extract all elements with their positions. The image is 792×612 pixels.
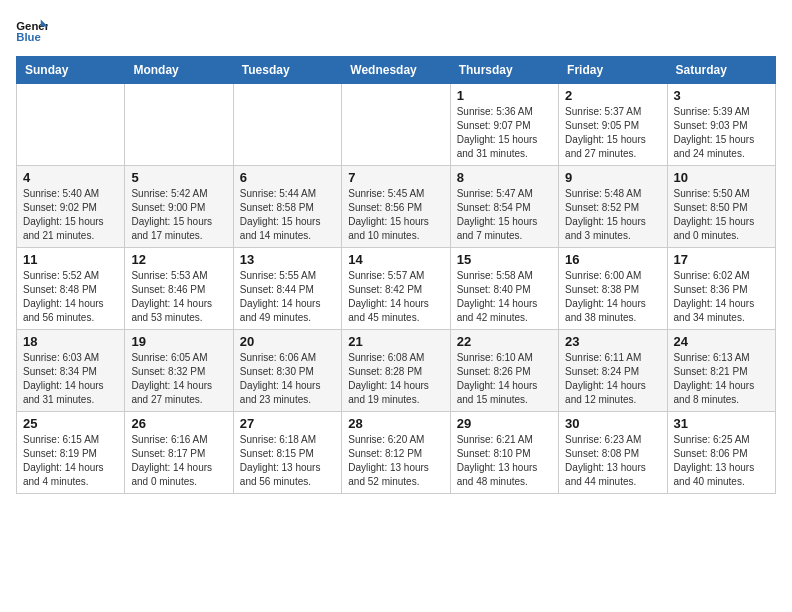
calendar-cell: 18Sunrise: 6:03 AM Sunset: 8:34 PM Dayli… <box>17 330 125 412</box>
day-info: Sunrise: 6:23 AM Sunset: 8:08 PM Dayligh… <box>565 433 660 489</box>
calendar-cell: 12Sunrise: 5:53 AM Sunset: 8:46 PM Dayli… <box>125 248 233 330</box>
calendar-cell <box>233 84 341 166</box>
day-number: 22 <box>457 334 552 349</box>
day-info: Sunrise: 6:10 AM Sunset: 8:26 PM Dayligh… <box>457 351 552 407</box>
day-number: 26 <box>131 416 226 431</box>
day-info: Sunrise: 6:13 AM Sunset: 8:21 PM Dayligh… <box>674 351 769 407</box>
calendar-cell: 7Sunrise: 5:45 AM Sunset: 8:56 PM Daylig… <box>342 166 450 248</box>
calendar-cell: 28Sunrise: 6:20 AM Sunset: 8:12 PM Dayli… <box>342 412 450 494</box>
calendar-cell: 8Sunrise: 5:47 AM Sunset: 8:54 PM Daylig… <box>450 166 558 248</box>
day-info: Sunrise: 5:39 AM Sunset: 9:03 PM Dayligh… <box>674 105 769 161</box>
day-info: Sunrise: 6:21 AM Sunset: 8:10 PM Dayligh… <box>457 433 552 489</box>
calendar-cell: 24Sunrise: 6:13 AM Sunset: 8:21 PM Dayli… <box>667 330 775 412</box>
logo-icon: General Blue <box>16 16 48 44</box>
calendar-cell: 13Sunrise: 5:55 AM Sunset: 8:44 PM Dayli… <box>233 248 341 330</box>
day-number: 18 <box>23 334 118 349</box>
day-info: Sunrise: 5:36 AM Sunset: 9:07 PM Dayligh… <box>457 105 552 161</box>
day-info: Sunrise: 5:48 AM Sunset: 8:52 PM Dayligh… <box>565 187 660 243</box>
day-number: 3 <box>674 88 769 103</box>
day-number: 27 <box>240 416 335 431</box>
day-info: Sunrise: 6:02 AM Sunset: 8:36 PM Dayligh… <box>674 269 769 325</box>
day-number: 31 <box>674 416 769 431</box>
calendar-cell: 5Sunrise: 5:42 AM Sunset: 9:00 PM Daylig… <box>125 166 233 248</box>
calendar-cell: 25Sunrise: 6:15 AM Sunset: 8:19 PM Dayli… <box>17 412 125 494</box>
day-number: 12 <box>131 252 226 267</box>
calendar-cell <box>17 84 125 166</box>
calendar-cell: 26Sunrise: 6:16 AM Sunset: 8:17 PM Dayli… <box>125 412 233 494</box>
day-info: Sunrise: 5:58 AM Sunset: 8:40 PM Dayligh… <box>457 269 552 325</box>
day-number: 10 <box>674 170 769 185</box>
day-info: Sunrise: 6:11 AM Sunset: 8:24 PM Dayligh… <box>565 351 660 407</box>
logo: General Blue <box>16 16 48 44</box>
calendar-cell: 27Sunrise: 6:18 AM Sunset: 8:15 PM Dayli… <box>233 412 341 494</box>
day-number: 24 <box>674 334 769 349</box>
svg-text:Blue: Blue <box>16 31 41 43</box>
calendar-cell: 16Sunrise: 6:00 AM Sunset: 8:38 PM Dayli… <box>559 248 667 330</box>
calendar-cell: 14Sunrise: 5:57 AM Sunset: 8:42 PM Dayli… <box>342 248 450 330</box>
day-info: Sunrise: 6:05 AM Sunset: 8:32 PM Dayligh… <box>131 351 226 407</box>
day-number: 8 <box>457 170 552 185</box>
calendar-cell: 29Sunrise: 6:21 AM Sunset: 8:10 PM Dayli… <box>450 412 558 494</box>
day-number: 13 <box>240 252 335 267</box>
day-number: 29 <box>457 416 552 431</box>
day-number: 9 <box>565 170 660 185</box>
calendar-cell <box>342 84 450 166</box>
weekday-header-tuesday: Tuesday <box>233 57 341 84</box>
day-info: Sunrise: 5:42 AM Sunset: 9:00 PM Dayligh… <box>131 187 226 243</box>
calendar-cell: 20Sunrise: 6:06 AM Sunset: 8:30 PM Dayli… <box>233 330 341 412</box>
calendar-cell: 21Sunrise: 6:08 AM Sunset: 8:28 PM Dayli… <box>342 330 450 412</box>
calendar-cell: 2Sunrise: 5:37 AM Sunset: 9:05 PM Daylig… <box>559 84 667 166</box>
day-info: Sunrise: 5:52 AM Sunset: 8:48 PM Dayligh… <box>23 269 118 325</box>
calendar-cell: 1Sunrise: 5:36 AM Sunset: 9:07 PM Daylig… <box>450 84 558 166</box>
weekday-header-friday: Friday <box>559 57 667 84</box>
weekday-header-sunday: Sunday <box>17 57 125 84</box>
calendar-table: SundayMondayTuesdayWednesdayThursdayFrid… <box>16 56 776 494</box>
weekday-header-monday: Monday <box>125 57 233 84</box>
calendar-cell: 11Sunrise: 5:52 AM Sunset: 8:48 PM Dayli… <box>17 248 125 330</box>
day-info: Sunrise: 5:40 AM Sunset: 9:02 PM Dayligh… <box>23 187 118 243</box>
day-number: 15 <box>457 252 552 267</box>
day-number: 14 <box>348 252 443 267</box>
calendar-cell: 15Sunrise: 5:58 AM Sunset: 8:40 PM Dayli… <box>450 248 558 330</box>
day-info: Sunrise: 5:55 AM Sunset: 8:44 PM Dayligh… <box>240 269 335 325</box>
weekday-header-saturday: Saturday <box>667 57 775 84</box>
day-info: Sunrise: 6:15 AM Sunset: 8:19 PM Dayligh… <box>23 433 118 489</box>
calendar-cell: 10Sunrise: 5:50 AM Sunset: 8:50 PM Dayli… <box>667 166 775 248</box>
day-info: Sunrise: 5:37 AM Sunset: 9:05 PM Dayligh… <box>565 105 660 161</box>
day-info: Sunrise: 5:47 AM Sunset: 8:54 PM Dayligh… <box>457 187 552 243</box>
day-number: 11 <box>23 252 118 267</box>
day-number: 17 <box>674 252 769 267</box>
day-number: 5 <box>131 170 226 185</box>
calendar-cell: 19Sunrise: 6:05 AM Sunset: 8:32 PM Dayli… <box>125 330 233 412</box>
day-info: Sunrise: 6:06 AM Sunset: 8:30 PM Dayligh… <box>240 351 335 407</box>
day-info: Sunrise: 6:08 AM Sunset: 8:28 PM Dayligh… <box>348 351 443 407</box>
day-number: 25 <box>23 416 118 431</box>
day-info: Sunrise: 5:45 AM Sunset: 8:56 PM Dayligh… <box>348 187 443 243</box>
day-number: 1 <box>457 88 552 103</box>
calendar-cell: 6Sunrise: 5:44 AM Sunset: 8:58 PM Daylig… <box>233 166 341 248</box>
weekday-header-wednesday: Wednesday <box>342 57 450 84</box>
day-number: 2 <box>565 88 660 103</box>
day-number: 4 <box>23 170 118 185</box>
day-number: 21 <box>348 334 443 349</box>
day-info: Sunrise: 6:20 AM Sunset: 8:12 PM Dayligh… <box>348 433 443 489</box>
day-number: 20 <box>240 334 335 349</box>
day-number: 19 <box>131 334 226 349</box>
day-info: Sunrise: 6:25 AM Sunset: 8:06 PM Dayligh… <box>674 433 769 489</box>
day-number: 28 <box>348 416 443 431</box>
weekday-header-thursday: Thursday <box>450 57 558 84</box>
day-info: Sunrise: 6:16 AM Sunset: 8:17 PM Dayligh… <box>131 433 226 489</box>
day-info: Sunrise: 5:50 AM Sunset: 8:50 PM Dayligh… <box>674 187 769 243</box>
calendar-cell: 4Sunrise: 5:40 AM Sunset: 9:02 PM Daylig… <box>17 166 125 248</box>
day-info: Sunrise: 5:57 AM Sunset: 8:42 PM Dayligh… <box>348 269 443 325</box>
day-info: Sunrise: 6:18 AM Sunset: 8:15 PM Dayligh… <box>240 433 335 489</box>
day-number: 6 <box>240 170 335 185</box>
day-info: Sunrise: 6:00 AM Sunset: 8:38 PM Dayligh… <box>565 269 660 325</box>
day-number: 23 <box>565 334 660 349</box>
day-number: 30 <box>565 416 660 431</box>
calendar-cell: 30Sunrise: 6:23 AM Sunset: 8:08 PM Dayli… <box>559 412 667 494</box>
calendar-cell: 31Sunrise: 6:25 AM Sunset: 8:06 PM Dayli… <box>667 412 775 494</box>
calendar-cell: 22Sunrise: 6:10 AM Sunset: 8:26 PM Dayli… <box>450 330 558 412</box>
calendar-cell: 23Sunrise: 6:11 AM Sunset: 8:24 PM Dayli… <box>559 330 667 412</box>
calendar-cell: 3Sunrise: 5:39 AM Sunset: 9:03 PM Daylig… <box>667 84 775 166</box>
